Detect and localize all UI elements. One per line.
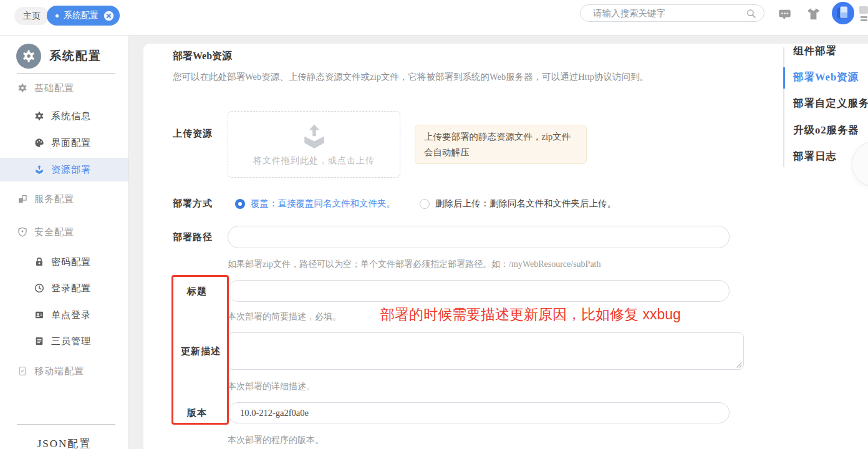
radio-delete-upload-label[interactable]: 删除后上传：删除同名文件和文件夹后上传。 (435, 198, 616, 210)
app-root: 主页 系统配置 系统配置 基础配置 (0, 0, 868, 449)
system-config-badge (16, 44, 41, 69)
deploy-path-input[interactable] (228, 226, 730, 248)
upload-tip: 上传要部署的静态资源文件，zip文件会自动解压 (415, 125, 587, 164)
deploy-mode-label: 部署方式 (173, 198, 213, 210)
avatar[interactable] (832, 2, 854, 24)
sidebar-item-label: 基础配置 (34, 82, 74, 94)
update-desc-label: 更新描述 (181, 345, 221, 357)
sidebar-item-label: 移动端配置 (34, 365, 84, 377)
sidebar-item-label: 界面配置 (51, 137, 91, 149)
sidebar-item-system-info[interactable]: 系统信息 (0, 105, 128, 127)
sidebar-item-login-config[interactable]: 登录配置 (0, 278, 128, 299)
divider (17, 424, 115, 425)
shield-icon (17, 227, 27, 237)
title-input[interactable] (228, 280, 730, 302)
topbar: 主页 系统配置 (0, 0, 868, 36)
sidebar-item-label: 密码配置 (51, 256, 91, 268)
sidebar-title: 系统配置 (49, 48, 102, 64)
anchor-item-component-deploy[interactable]: 组件部署 (793, 42, 837, 60)
update-desc-textarea[interactable] (228, 332, 744, 370)
deploy-path-hint: 如果部署zip文件，路径可以为空；单个文件部署必须指定部署路径。如：/myWeb… (228, 259, 601, 270)
gear-icon (22, 49, 36, 63)
version-label: 版本 (187, 407, 207, 419)
building-icon (17, 194, 27, 204)
sidebar-item-three-member[interactable]: 三员管理 (0, 331, 128, 352)
clock-icon (34, 283, 44, 293)
page-description: 您可以在此处部署Web资源、上传静态资源文件或zip文件，它将被部署到系统的We… (173, 71, 649, 83)
active-dot-icon (55, 14, 59, 17)
sidebar-item-resource-deploy[interactable]: 资源部署 (0, 158, 128, 181)
sidebar-item-label: 资源部署 (51, 164, 91, 176)
dropzone-text: 将文件拖到此处，或点击上传 (253, 155, 375, 167)
tab-system-config-label: 系统配置 (64, 10, 99, 21)
sidebar-item-label: 单点登录 (51, 309, 91, 321)
search-bar (580, 4, 764, 22)
upload-label: 上传资源 (173, 128, 213, 140)
anchor-divider (783, 47, 784, 167)
radio-delete-upload[interactable] (420, 199, 430, 209)
id-card-icon (34, 310, 44, 320)
radio-overwrite[interactable] (235, 199, 245, 209)
anchor-item-upgrade-o2-server[interactable]: 升级o2服务器 (793, 122, 859, 139)
radio-overwrite-label[interactable]: 覆盖：直接覆盖同名文件和文件夹。 (251, 198, 395, 210)
sidebar-item-label: 登录配置 (51, 282, 91, 294)
chat-icon[interactable] (778, 8, 792, 21)
palette-icon (34, 138, 44, 148)
sidebar-item-mobile-config[interactable]: 移动端配置 (0, 360, 128, 382)
sidebar-header: 系统配置 (16, 44, 102, 69)
upload-dropzone[interactable]: 将文件拖到此处，或点击上传 (228, 111, 400, 178)
mobile-icon (17, 366, 27, 376)
tab-system-config[interactable]: 系统配置 (47, 6, 120, 26)
version-input[interactable] (228, 402, 730, 423)
sidebar-item-label: 服务配置 (34, 193, 74, 205)
sidebar-item-password-config[interactable]: 密码配置 (0, 251, 128, 273)
anchor-active-bar (783, 67, 785, 89)
upload-icon (34, 165, 44, 175)
main-content: 部署Web资源 您可以在此处部署Web资源、上传静态资源文件或zip文件，它将被… (143, 44, 868, 449)
version-hint: 本次部署的程序的版本。 (228, 435, 324, 446)
close-icon[interactable] (104, 11, 114, 21)
anchor-item-deploy-web-resource[interactable]: 部署Web资源 (793, 69, 859, 86)
sidebar-item-service-config[interactable]: 服务配置 (0, 188, 128, 210)
anchor-item-deploy-custom-service[interactable]: 部署自定义服务 (793, 95, 868, 112)
update-desc-hint: 本次部署的详细描述。 (228, 381, 315, 392)
partial-edge-icon (859, 6, 868, 22)
tab-home[interactable]: 主页 (14, 7, 49, 25)
sidebar-item-sso[interactable]: 单点登录 (0, 304, 128, 326)
sidebar-footer-json-config[interactable]: JSON配置 (0, 437, 128, 449)
title-hint: 本次部署的简要描述，必填。 (228, 311, 341, 322)
search-icon[interactable] (746, 8, 756, 19)
sidebar: 系统配置 基础配置 系统信息 界面配置 资源部署 服务配置 安全配置 (0, 36, 129, 449)
gear-icon (34, 111, 44, 121)
gear-icon (17, 83, 27, 93)
anchor-item-deploy-log[interactable]: 部署日志 (793, 148, 837, 165)
upload-icon (301, 123, 328, 150)
sidebar-item-label: 系统信息 (51, 110, 91, 122)
anchor-nav: 组件部署 部署Web资源 部署自定义服务 升级o2服务器 部署日志 (783, 41, 868, 178)
sidebar-item-security-config[interactable]: 安全配置 (0, 221, 128, 243)
divider (17, 73, 115, 74)
sidebar-item-basic-config[interactable]: 基础配置 (0, 77, 128, 99)
sidebar-item-interface-config[interactable]: 界面配置 (0, 132, 128, 153)
sidebar-item-label: 安全配置 (34, 226, 74, 238)
sidebar-item-label: 三员管理 (51, 336, 91, 347)
page-title: 部署Web资源 (173, 50, 232, 63)
title-label: 标题 (187, 286, 207, 297)
annotation-text: 部署的时候需要描述更新原因，比如修复 xxbug (380, 305, 681, 324)
document-icon (34, 336, 44, 346)
deploy-path-label: 部署路径 (173, 231, 213, 243)
search-input[interactable] (581, 8, 746, 19)
theme-shirt-icon[interactable] (806, 7, 821, 21)
lock-icon (34, 257, 44, 267)
tab-home-label: 主页 (23, 11, 41, 22)
